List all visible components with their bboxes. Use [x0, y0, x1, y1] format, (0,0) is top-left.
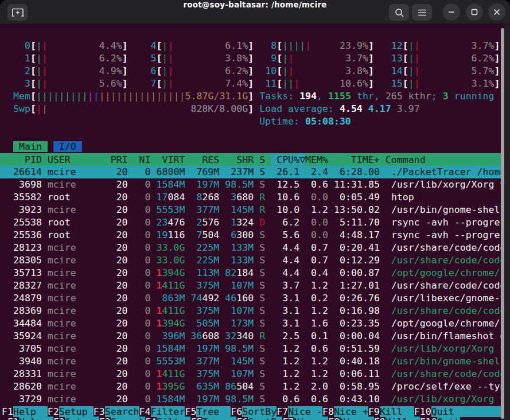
terminal-text: 24879	[13, 293, 42, 304]
terminal-text: |	[71, 91, 76, 102]
terminal-text	[265, 255, 282, 266]
terminal-text	[328, 267, 340, 278]
terminal-text: Tree	[202, 417, 236, 420]
process-row[interactable]: 28305 mcire 20 0 33.0G 225M 133M S 4.4 0…	[0, 254, 502, 267]
terminal-text: Setup	[65, 417, 99, 420]
terminal-text: 25536	[13, 230, 42, 240]
scrollbar-track	[504, 24, 510, 420]
process-row[interactable]: 25538 root 20 0 23476 2576 1324 D 6.2 0.…	[0, 216, 502, 229]
process-row[interactable]: 28369 mcire 20 0 1411G 375M 107M S 3.1 1…	[0, 305, 502, 317]
process-row[interactable]: 3705 mcire 20 0 1584M 197M 98.5M S 1.2 0…	[0, 343, 502, 355]
process-row[interactable]: 25536 root 20 0 19116 7504 6300 S 5.6 0.…	[0, 229, 502, 242]
terminal-text	[111, 192, 116, 203]
terminal-text: 3	[231, 192, 236, 203]
terminal-text: 1	[157, 305, 162, 316]
terminal-text	[111, 280, 116, 291]
table-header-row[interactable]: PID USER PRI NI VIRT RES SHR S CPU%▽MEM%…	[0, 153, 502, 166]
tab-io[interactable]: I/O	[53, 141, 82, 152]
terminal-text	[151, 166, 157, 177]
process-row[interactable]: 28123 mcire 20 0 33.0G 225M 133M S 4.4 0…	[0, 242, 502, 254]
terminal-text	[420, 78, 472, 89]
terminal-text	[254, 53, 271, 64]
search-button[interactable]	[389, 4, 409, 21]
terminal-text: 225M	[196, 255, 219, 266]
terminal-text: F9	[374, 417, 386, 420]
process-row[interactable]: 26614 mcire 20 0 6800M 769M 237M S 26.1 …	[0, 166, 502, 178]
terminal-text: 300	[236, 230, 254, 240]
terminal-text: 375M	[196, 280, 219, 291]
process-row[interactable]: 24879 mcire 20 0 863M 74492 46160 S 3.1 …	[0, 292, 502, 305]
terminal-text: 20	[116, 381, 128, 392]
terminal-text: |	[288, 40, 294, 51]
terminal-text: 395G	[162, 381, 185, 392]
terminal-text	[219, 343, 225, 354]
terminal-text: |	[36, 78, 42, 89]
terminal-text: 86	[225, 381, 236, 392]
terminal-text	[254, 343, 259, 354]
terminal-text: 3.97	[397, 103, 420, 114]
terminal-text: 20	[116, 217, 128, 228]
process-row[interactable]: 35713 mcire 20 0 1394G 113M 82184 S 4.4 …	[0, 267, 502, 279]
tab-main[interactable]: Main	[13, 141, 48, 152]
terminal-text: 0	[145, 255, 151, 266]
terminal-text: |	[408, 53, 414, 64]
terminal-text: 0:40.18	[340, 356, 380, 367]
terminal-text: S	[259, 356, 265, 367]
terminal-text: 3940	[19, 356, 42, 367]
terminal-text	[48, 65, 99, 76]
terminal-text	[299, 330, 311, 341]
column-header-cpu-sort[interactable]: CPU%	[271, 154, 299, 165]
terminal-text: /usr/libexec/gnome-t	[391, 293, 506, 304]
process-row[interactable]: 3923 mcire 20 0 5553M 377M 145M R 10.0 1…	[0, 204, 502, 216]
terminal-text	[219, 230, 231, 240]
terminal-text: 1	[157, 318, 162, 329]
terminal-text: 0.7	[311, 242, 328, 253]
terminal-text: |	[294, 78, 299, 89]
minimize-button[interactable]	[443, 3, 460, 21]
process-row[interactable]: 34484 mcire 20 0 1394G 505M 173M S 3.1 1…	[0, 317, 502, 330]
scrollbar-thumb[interactable]	[501, 28, 504, 419]
terminal-text: 504	[202, 230, 219, 240]
terminal-text	[254, 65, 265, 76]
terminal-text	[328, 394, 340, 405]
terminal-text: |	[42, 40, 48, 51]
terminal-text	[380, 217, 391, 228]
maximize-button[interactable]	[466, 3, 483, 21]
process-row[interactable]: 35582 root 20 0 17084 8268 3680 R 10.6 0…	[0, 191, 502, 204]
menu-button[interactable]	[412, 4, 432, 21]
terminal-text: |	[76, 91, 82, 102]
terminal-text: TIME+	[334, 154, 386, 165]
terminal-text: 6	[151, 65, 157, 76]
terminal-text: |	[282, 53, 288, 64]
terminal-text: 116	[168, 230, 185, 240]
terminal-text	[174, 53, 225, 64]
terminal-text	[299, 293, 311, 304]
process-row[interactable]: 28331 mcire 20 0 1411G 375M 107M S 1.2 1…	[0, 368, 502, 380]
terminal-text: |	[151, 91, 157, 102]
process-row[interactable]: 35924 mcire 20 0 396M 36608 32340 R 2.5 …	[0, 330, 502, 343]
terminal-text	[299, 381, 311, 392]
terminal-text	[311, 40, 340, 51]
process-row[interactable]: 28327 mcire 20 0 1411G 375M 107M S 3.7 1…	[0, 279, 502, 292]
terminal-text	[254, 368, 259, 379]
terminal-text	[128, 242, 145, 253]
sort-direction-icon: ▽	[299, 153, 305, 165]
terminal-text: 0:05.49	[340, 192, 380, 203]
process-row[interactable]: 3729 mcire 20 0 1584M 197M 98.5M S 0.6 0…	[0, 393, 502, 406]
terminal-text: |	[288, 53, 294, 64]
close-button[interactable]	[488, 3, 505, 21]
terminal-text: mcire	[48, 356, 111, 367]
terminal-text: 46	[225, 293, 236, 304]
terminal-text: 0:58.95	[340, 381, 380, 392]
terminal-text: 3	[25, 78, 30, 89]
swap-meter-row: Swp[|| 828K/8.00G] Load average: 4.54 4.…	[0, 103, 502, 115]
terminal-text: 197M	[196, 343, 219, 354]
process-row[interactable]: 3940 mcire 20 0 5553M 377M 145M S 1.2 1.…	[0, 355, 502, 368]
terminal-text: 0.6	[311, 179, 328, 190]
terminal-text	[219, 356, 231, 367]
terminal-text: 26.1	[277, 166, 299, 177]
terminal-text: |	[408, 40, 414, 51]
process-row[interactable]: 3698 mcire 20 0 1584M 197M 98.5M S 12.5 …	[0, 178, 502, 191]
titlebar[interactable]: root@soy-baltasar: /home/mcire	[0, 0, 510, 24]
process-row[interactable]: 28620 mcire 20 0 1395G 635M 86504 S 1.2 …	[0, 380, 502, 393]
